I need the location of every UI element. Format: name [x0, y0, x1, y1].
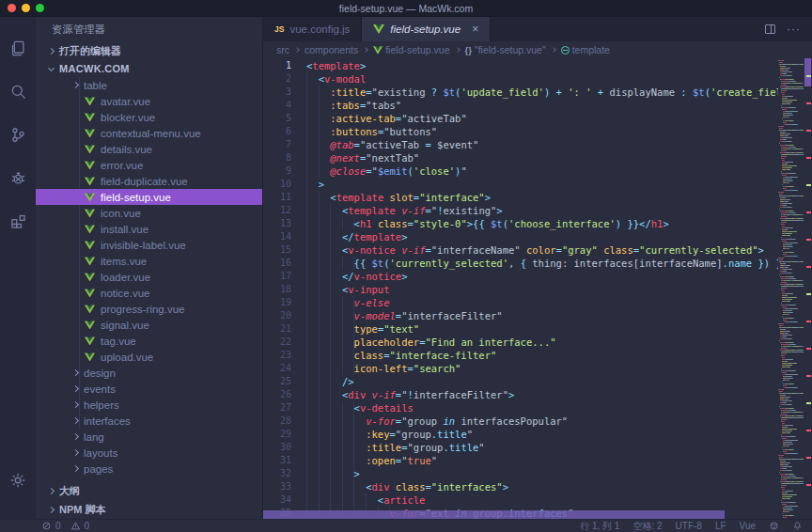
code-line-2[interactable]: 2 <v-modal — [263, 72, 778, 86]
problems-status[interactable]: 00 — [0, 521, 89, 531]
tree-item-details-vue[interactable]: details.vue — [36, 141, 262, 157]
tree-item-table[interactable]: table — [36, 77, 262, 93]
tree-item-invisible-label-vue[interactable]: invisible-label.vue — [36, 237, 262, 253]
code-line-17[interactable]: 17 </v-notice> — [263, 270, 778, 283]
code-line-27[interactable]: 27 <v-details — [263, 401, 778, 415]
code-line-16[interactable]: 16 {{ $t('currently_selected', { thing: … — [263, 257, 778, 270]
horizontal-scrollbar-thumb[interactable] — [263, 510, 725, 519]
tree-item-loader-vue[interactable]: loader.vue — [36, 269, 262, 285]
breadcrumb-label: field-setup.vue — [385, 44, 449, 55]
code-line-14[interactable]: 14 </template> — [263, 230, 778, 243]
code-line-33[interactable]: 33 <div class="interfaces"> — [263, 480, 778, 493]
minimap[interactable] — [778, 58, 804, 519]
code-line-13[interactable]: 13 <h1 class="style-0">{{ $t('choose_int… — [263, 217, 778, 230]
status-item-0[interactable]: 行 1, 列 1 — [580, 520, 619, 532]
workspace-root-folder[interactable]: MACWK.COM — [36, 60, 262, 77]
search-icon[interactable] — [0, 70, 36, 113]
tab-field-setup-vue[interactable]: field-setup.vue× — [362, 17, 491, 41]
tree-item-avatar-vue[interactable]: avatar.vue — [36, 93, 262, 109]
code-line-31[interactable]: 31 :open="true" — [263, 454, 778, 467]
sidebar-section-1[interactable]: NPM 脚本 — [36, 500, 262, 519]
tree-item-signal-vue[interactable]: signal.vue — [36, 317, 262, 333]
explorer-icon[interactable] — [0, 26, 36, 70]
code-line-19[interactable]: 19 v-else — [263, 296, 778, 309]
close-tab-icon[interactable]: × — [472, 23, 478, 36]
code-line-23[interactable]: 23 class="interface-filter" — [263, 349, 778, 362]
code-line-6[interactable]: 6 :buttons="buttons" — [263, 125, 778, 138]
tree-item-helpers[interactable]: helpers — [36, 397, 262, 413]
code-line-18[interactable]: 18 <v-input — [263, 283, 778, 296]
tree-item-progress-ring-vue[interactable]: progress-ring.vue — [36, 301, 262, 317]
error-count[interactable]: 0 — [41, 521, 61, 531]
tree-item-blocker-vue[interactable]: blocker.vue — [36, 109, 262, 125]
close-window-button[interactable] — [8, 4, 16, 12]
sidebar-section-0[interactable]: 大纲 — [36, 481, 262, 500]
code-line-11[interactable]: 11 <template slot="interface"> — [263, 191, 778, 204]
code-line-29[interactable]: 29 :key="group.title" — [263, 428, 778, 441]
code-line-20[interactable]: 20 v-model="interfaceFilter" — [263, 309, 778, 322]
tree-item-items-vue[interactable]: items.vue — [36, 253, 262, 269]
extensions-icon[interactable] — [0, 199, 36, 243]
tree-item-events[interactable]: events — [36, 381, 262, 397]
overview-ruler-mark — [806, 402, 811, 404]
status-item-4[interactable]: Vue — [740, 521, 756, 531]
minimize-window-button[interactable] — [22, 4, 30, 12]
split-editor-icon[interactable] — [765, 24, 775, 34]
notifications-bell-icon[interactable] — [792, 521, 803, 531]
code-line-5[interactable]: 5 :active-tab="activeTab" — [263, 112, 778, 125]
status-item-3[interactable]: LF — [715, 521, 726, 531]
tree-item-install-vue[interactable]: install.vue — [36, 221, 262, 237]
code-line-34[interactable]: 34 <article — [263, 493, 778, 507]
code-line-21[interactable]: 21 type="text" — [263, 322, 778, 336]
tree-item-field-duplicate-vue[interactable]: field-duplicate.vue — [36, 173, 262, 189]
source-control-icon[interactable] — [0, 113, 36, 156]
tree-item-interfaces[interactable]: interfaces — [36, 413, 262, 429]
tree-item-lang[interactable]: lang — [36, 429, 262, 445]
code-line-25[interactable]: 25 /> — [263, 375, 778, 388]
tree-item-contextual-menu-vue[interactable]: contextual-menu.vue — [36, 125, 262, 141]
debug-icon[interactable] — [0, 156, 36, 199]
breadcrumb-item-2[interactable]: field-setup.vue — [373, 44, 449, 55]
zoom-window-button[interactable] — [36, 4, 44, 12]
tree-item-design[interactable]: design — [36, 365, 262, 381]
code-line-8[interactable]: 8 @next="nextTab" — [263, 151, 778, 164]
code-line-12[interactable]: 12 <template v-if="!existing"> — [263, 204, 778, 217]
tree-item-tag-vue[interactable]: tag.vue — [36, 333, 262, 349]
tree-item-field-setup-vue[interactable]: field-setup.vue — [36, 189, 262, 205]
code-line-4[interactable]: 4 :tabs="tabs" — [263, 99, 778, 112]
tab-vue-config-js[interactable]: JSvue.config.js — [263, 17, 362, 41]
tree-item-icon-vue[interactable]: icon.vue — [36, 205, 262, 221]
more-actions-icon[interactable]: ··· — [787, 23, 801, 36]
tree-item-upload-vue[interactable]: upload.vue — [36, 349, 262, 365]
code-line-28[interactable]: 28 v-for="group in interfacesPopular" — [263, 415, 778, 428]
settings-gear-icon[interactable] — [0, 459, 36, 502]
code-line-22[interactable]: 22 placeholder="Find an interface..." — [263, 336, 778, 349]
breadcrumb-item-0[interactable]: src — [276, 44, 289, 55]
code-line-30[interactable]: 30 :title="group.title" — [263, 441, 778, 454]
tree-item-layouts[interactable]: layouts — [36, 445, 262, 461]
breadcrumb-item-1[interactable]: components — [304, 44, 358, 55]
open-editors-section[interactable]: 打开的编辑器 — [36, 41, 262, 60]
code-line-32[interactable]: 32 > — [263, 467, 778, 480]
vertical-scrollbar[interactable] — [804, 58, 812, 519]
code-content[interactable]: 1<template>2 <v-modal3 :title="existing … — [263, 58, 778, 519]
breadcrumb-item-4[interactable]: template — [561, 44, 610, 55]
breadcrumb-item-3[interactable]: {}"field-setup.vue" — [465, 44, 546, 55]
code-line-10[interactable]: 10 > — [263, 178, 778, 191]
code-editor[interactable]: 1<template>2 <v-modal3 :title="existing … — [263, 58, 812, 519]
code-line-3[interactable]: 3 :title="existing ? $t('update_field') … — [263, 86, 778, 99]
code-line-26[interactable]: 26 <div v-if="!interfaceFilter"> — [263, 388, 778, 401]
code-line-24[interactable]: 24 icon-left="search" — [263, 362, 778, 375]
code-line-15[interactable]: 15 <v-notice v-if="interfaceName" color=… — [263, 243, 778, 257]
tree-item-notice-vue[interactable]: notice.vue — [36, 285, 262, 301]
code-line-1[interactable]: 1<template> — [263, 59, 778, 72]
code-line-9[interactable]: 9 @close="$emit('close')" — [263, 164, 778, 178]
status-item-1[interactable]: 空格: 2 — [632, 520, 662, 532]
feedback-smiley-icon[interactable] — [769, 521, 779, 531]
tree-item-pages[interactable]: pages — [36, 461, 262, 477]
code-line-7[interactable]: 7 @tab="activeTab = $event" — [263, 138, 778, 151]
status-item-2[interactable]: UTF-8 — [676, 521, 702, 531]
warning-count[interactable]: 0 — [70, 521, 90, 531]
tree-item-error-vue[interactable]: error.vue — [36, 157, 262, 173]
vertical-scrollbar-thumb[interactable] — [804, 58, 811, 86]
